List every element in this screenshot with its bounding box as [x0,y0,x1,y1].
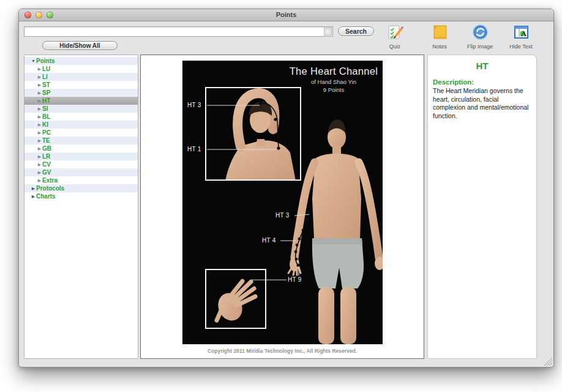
disclosure-collapsed-icon[interactable]: ▶ [37,121,42,129]
point-label-ht3-upper[interactable]: HT 3 [187,102,201,108]
disclosure-collapsed-icon[interactable]: ▶ [37,153,42,160]
point-label-ht1[interactable]: HT 1 [187,146,201,153]
arm-inset-frame [205,87,301,181]
meridian-title: HT [428,61,536,71]
sidebar-item-st[interactable]: ▶ST [24,81,138,89]
sidebar-item-si[interactable]: ▶SI [24,105,138,113]
disclosure-collapsed-icon[interactable]: ▶ [37,145,42,153]
flip-image-button[interactable]: Flip Image [459,24,501,50]
disclosure-collapsed-icon[interactable]: ▶ [37,89,42,97]
disclosure-collapsed-icon[interactable]: ▶ [37,65,42,73]
disclosure-collapsed-icon[interactable]: ▶ [31,192,36,200]
point-label-ht3-lower[interactable]: HT 3 [275,212,290,219]
channel-image-panel: The Heart Channel of Hand Shao Yin 9 Poi… [140,55,424,359]
sidebar-item-te[interactable]: ▶TE [24,137,138,145]
notes-icon [432,24,448,40]
svg-text:A: A [521,29,526,38]
hide-show-all-button[interactable]: Hide/Show All [42,41,118,50]
sidebar-item-points[interactable]: ▼Points [24,57,138,65]
disclosure-collapsed-icon[interactable]: ▶ [37,81,42,89]
resize-grip[interactable] [544,358,552,366]
clear-search-icon[interactable]: × [324,28,332,36]
sidebar-item-sp[interactable]: ▶SP [24,89,138,97]
sidebar-item-pc[interactable]: ▶PC [24,129,138,137]
channel-point-count: 9 Points [287,86,381,93]
sidebar-item-charts[interactable]: ▶Charts [24,192,138,200]
heart-channel-image[interactable]: The Heart Channel of Hand Shao Yin 9 Poi… [182,61,383,344]
sidebar-item-lu[interactable]: ▶LU [24,65,138,73]
quiz-icon [387,24,403,40]
sidebar-item-li[interactable]: ▶LI [24,73,138,81]
channel-subtitle: of Hand Shao Yin [287,78,381,85]
sidebar-item-gv[interactable]: ▶GV [24,168,138,176]
flip-image-icon [472,24,489,40]
points-tree: ▼Points ▶LU ▶LI ▶ST ▶SP ▶HT ▶SI ▶BL ▶KI … [24,57,138,200]
sidebar-item-lr[interactable]: ▶LR [24,153,138,160]
title-bar[interactable]: Points [19,9,553,21]
window-title: Points [19,11,553,18]
description-text: The Heart Meridian governs the heart, ci… [433,87,530,120]
disclosure-collapsed-icon[interactable]: ▶ [37,160,42,168]
notes-label: Notes [418,43,461,50]
hide-text-button[interactable]: A Hide Text [500,24,542,50]
search-input[interactable] [24,26,333,37]
disclosure-collapsed-icon[interactable]: ▶ [37,113,42,121]
disclosure-collapsed-icon[interactable]: ▶ [37,129,42,137]
disclosure-collapsed-icon[interactable]: ▶ [37,137,42,145]
point-label-ht4[interactable]: HT 4 [262,237,276,244]
hide-text-icon: A [513,24,530,40]
channel-title: The Heart Channel [287,66,381,77]
description-panel: HT Description: The Heart Meridian gover… [427,55,537,359]
disclosure-expanded-icon[interactable]: ▼ [31,57,36,65]
disclosure-collapsed-icon[interactable]: ▶ [37,105,42,113]
hand-inset-frame [205,269,266,329]
sidebar-item-ht-selected[interactable]: ▶HT [24,97,138,105]
sidebar-item-bl[interactable]: ▶BL [24,113,138,121]
sidebar-item-gb[interactable]: ▶GB [24,145,138,153]
sidebar-item-extra[interactable]: ▶Extra [24,176,138,184]
description-heading: Description: [433,78,531,86]
quiz-button[interactable]: Quiz [373,24,416,50]
search-button[interactable]: Search [338,26,374,36]
disclosure-collapsed-icon[interactable]: ▶ [37,176,42,184]
copyright-text: Copyright 2011 Miridia Technology Inc., … [141,348,424,354]
points-sidebar: ▼Points ▶LU ▶LI ▶ST ▶SP ▶HT ▶SI ▶BL ▶KI … [24,55,138,359]
point-label-ht9[interactable]: HT 9 [288,276,302,283]
notes-button[interactable]: Notes [418,24,461,50]
sidebar-item-ki[interactable]: ▶KI [24,121,138,129]
sidebar-item-cv[interactable]: ▶CV [24,160,138,168]
hide-text-label: Hide Text [500,43,542,50]
disclosure-collapsed-icon[interactable]: ▶ [37,73,42,81]
sidebar-item-protocols[interactable]: ▶Protocols [24,184,138,192]
disclosure-collapsed-icon[interactable]: ▶ [37,97,42,105]
flip-image-label: Flip Image [459,43,501,50]
app-window: Points × Search Hide/Show All Quiz Notes [18,9,554,368]
disclosure-collapsed-icon[interactable]: ▶ [37,168,42,176]
quiz-label: Quiz [373,43,416,50]
image-title-block: The Heart Channel of Hand Shao Yin 9 Poi… [287,66,381,93]
disclosure-collapsed-icon[interactable]: ▶ [31,184,36,192]
